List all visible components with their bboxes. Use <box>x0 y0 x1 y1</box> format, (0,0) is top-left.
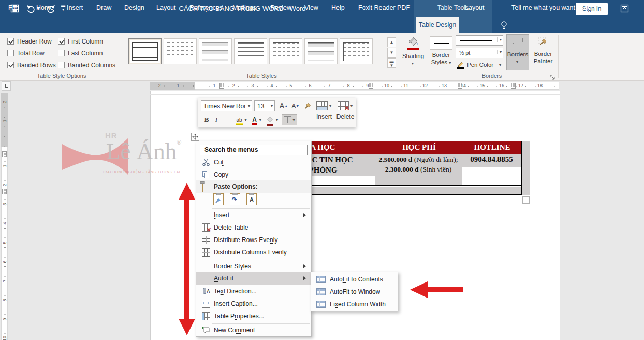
menu-item-text-direction[interactable]: A Text Direction... <box>196 285 311 298</box>
format-painter-brush-icon <box>304 102 312 110</box>
v-ruler[interactable]: 2112345678910 <box>1 93 8 340</box>
gallery-scroll-down-button[interactable]: ▼ <box>387 48 396 58</box>
table-style-thumbnail-header-col[interactable] <box>269 38 302 64</box>
checkbox-last-column[interactable] <box>58 50 65 56</box>
tab-home[interactable]: Home <box>36 4 53 11</box>
table-style-pattern <box>238 42 264 61</box>
ruler-row-marker[interactable] <box>2 189 7 194</box>
shrink-font-button[interactable]: A▼ <box>290 101 301 111</box>
submenu-item-autofit-window[interactable]: AutoFit to Window <box>311 286 397 298</box>
checkbox-header-row[interactable] <box>7 38 14 45</box>
font-name-dropdown[interactable]: Times New Rom ▾ <box>201 100 252 111</box>
h-ruler[interactable]: 21123456789101112131415161718 <box>150 82 559 90</box>
tab-help[interactable]: Help <box>331 4 345 11</box>
font-color-button[interactable]: A ▾ <box>250 115 264 125</box>
border-styles-button[interactable] <box>430 36 452 50</box>
borders-mini-button[interactable]: ▾ <box>282 114 297 125</box>
menu-item-insert[interactable]: Insert <box>196 209 311 221</box>
ribbon-tab-bar <box>0 17 644 33</box>
font-size-dropdown[interactable]: 13 ▾ <box>254 100 275 111</box>
font-name-value: Times New Rom <box>203 103 245 110</box>
search-the-menus-input[interactable]: Search the menus <box>200 145 308 155</box>
paste-keep-source-formatting-button[interactable] <box>213 193 224 205</box>
table-resize-handle[interactable] <box>522 196 530 204</box>
paste-merge-formatting-button[interactable]: ↷ <box>230 193 240 205</box>
tab-table-design-active[interactable]: Table Design <box>416 17 459 33</box>
tab-review[interactable]: Review <box>270 4 291 11</box>
highlight-button[interactable]: ab ▾ <box>235 115 248 125</box>
table-style-thumbnail-header-col2[interactable] <box>340 38 373 64</box>
checkbox-total-row[interactable] <box>7 50 14 56</box>
menu-item-cut[interactable]: Cut <box>196 156 311 168</box>
submenu-item-autofit-contents[interactable]: AutoFit to Contents <box>311 273 397 286</box>
delete-table-button[interactable]: ✕ ▾ Delete <box>335 100 355 125</box>
table-style-thumbnail-banded[interactable] <box>199 38 232 64</box>
menu-item-distribute-columns[interactable]: Distribute Columns Evenly <box>196 246 311 259</box>
grow-font-button[interactable]: A▲ <box>278 101 289 111</box>
checkbox-banded-columns[interactable] <box>58 62 65 68</box>
table-cell-hotline[interactable]: 0904.84.8855 <box>462 154 522 186</box>
menu-item-autofit[interactable]: AutoFit <box>196 272 311 285</box>
tell-me-box[interactable]: Tell me what you want to do <box>511 4 591 11</box>
table-style-thumbnail-grid[interactable] <box>128 38 162 64</box>
table-empty-row-cell[interactable] <box>462 187 522 195</box>
gallery-more-button[interactable]: ▬▼ <box>387 58 396 68</box>
checkbox-banded-rows-label: Banded Rows <box>17 62 56 69</box>
italic-button[interactable]: I <box>212 115 221 125</box>
align-justify-button[interactable] <box>223 115 233 125</box>
table-cell-fee[interactable]: 2.500.000 đ (Người đi làm); 2.300.000 đ … <box>375 154 463 186</box>
checkbox-first-column[interactable] <box>58 38 65 45</box>
tab-insert[interactable]: Insert <box>67 4 83 11</box>
tab-design[interactable]: Design <box>124 4 144 11</box>
border-line-style-dropdown[interactable]: ▾ <box>456 35 503 46</box>
paste-keep-text-only-button[interactable]: A <box>246 193 257 205</box>
table-style-thumbnail-lines[interactable] <box>234 38 267 64</box>
pen-color-button[interactable]: Pen Color ▾ <box>456 60 503 70</box>
borders-button[interactable]: Borders ▾ <box>506 34 529 70</box>
ruler-column-marker[interactable] <box>511 83 516 89</box>
ruler-column-marker[interactable] <box>219 83 224 89</box>
cell-shading-button[interactable]: ▾ <box>265 115 280 125</box>
tab-draw[interactable]: Draw <box>96 4 111 11</box>
menu-item-distribute-rows[interactable]: Distribute Rows Evenly <box>196 234 311 246</box>
border-weight-dropdown[interactable]: ½ pt ▾ <box>456 48 503 58</box>
table-empty-row-cell[interactable] <box>375 187 463 195</box>
table-style-pattern <box>132 42 158 61</box>
tab-layout-contextual[interactable]: Layout <box>465 4 485 11</box>
table-style-thumbnail-banded-light[interactable] <box>304 38 338 64</box>
checkbox-banded-rows[interactable] <box>7 62 14 68</box>
borders-dialog-launcher-icon[interactable] <box>550 73 555 82</box>
watermark-name-text: Lê Ánh® <box>106 138 181 165</box>
menu-item-delete-table[interactable]: ✕ Delete Table <box>196 221 311 234</box>
undo-icon[interactable] <box>26 4 36 15</box>
shading-button[interactable]: Shading ▾ <box>402 34 425 70</box>
tab-references[interactable]: References <box>189 4 223 11</box>
tab-foxit-reader-pdf[interactable]: Foxit Reader PDF <box>358 4 410 11</box>
menu-item-insert-caption[interactable]: Insert Caption... <box>196 298 311 310</box>
menu-item-new-comment[interactable]: New Comment <box>196 324 311 336</box>
qat-customize-icon[interactable]: ▬▾ <box>61 4 65 12</box>
gallery-scroll-up-button[interactable]: ▲ <box>387 37 396 47</box>
tab-selector-button[interactable] <box>2 81 11 91</box>
menu-item-table-properties[interactable]: Table Properties... <box>196 310 311 322</box>
table-header-cell-hotline[interactable]: HOTLINE <box>462 141 522 154</box>
ribbon-display-options-icon[interactable] <box>620 4 629 15</box>
table-move-handle[interactable] <box>191 133 199 141</box>
tab-mailings[interactable]: Mailings <box>232 4 256 11</box>
menu-item-copy[interactable]: Copy <box>196 168 311 181</box>
ruler-column-marker[interactable] <box>369 83 373 89</box>
bold-button[interactable]: B <box>202 115 211 125</box>
chevron-down-icon: ▾ <box>276 118 278 122</box>
submenu-item-fixed-column-width[interactable]: Fixed Column Width <box>311 298 397 310</box>
table-style-thumbnail-plain[interactable] <box>164 38 197 64</box>
table-header-cell-hoc-phi[interactable]: HỌC PHÍ <box>375 141 463 154</box>
tab-layout[interactable]: Layout <box>156 4 176 11</box>
border-painter-button[interactable]: Border Painter <box>531 34 555 70</box>
ruler-row-marker[interactable] <box>2 151 7 157</box>
table-style-pattern <box>343 42 369 61</box>
shading-bucket-small-icon <box>267 115 273 124</box>
menu-item-border-styles[interactable]: Border Styles <box>196 260 311 273</box>
tab-file[interactable]: File <box>8 4 19 11</box>
insert-table-button[interactable]: ▾ Insert <box>314 100 334 125</box>
tab-view[interactable]: View <box>304 4 318 11</box>
